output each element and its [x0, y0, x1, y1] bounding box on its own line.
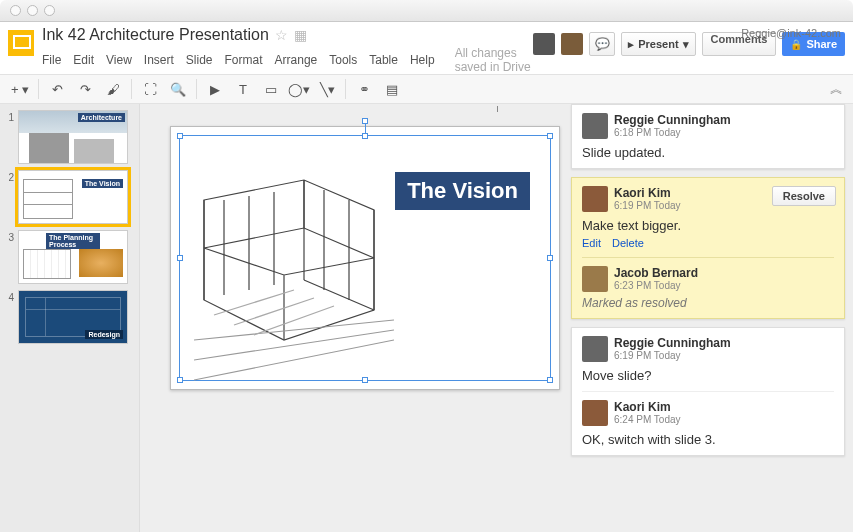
filmstrip: 1 Architecture 2 The Vision 3 The Planni…	[0, 104, 140, 532]
resize-handle-tr[interactable]	[547, 133, 553, 139]
comment-author: Jacob Bernard	[614, 266, 698, 280]
slide-thumbnail-3[interactable]: The Planning Process	[18, 230, 128, 284]
toolbar-separator	[131, 79, 132, 99]
comment-card-1[interactable]: Reggie Cunningham 6:18 PM Today Slide up…	[571, 104, 845, 169]
slide-thumbnail-1[interactable]: Architecture	[18, 110, 128, 164]
selection-frame[interactable]: The Vision	[179, 135, 551, 381]
thumb-number: 3	[4, 230, 18, 243]
delete-link[interactable]: Delete	[612, 237, 644, 249]
present-label: Present	[638, 38, 678, 50]
ruler-mark	[497, 106, 498, 112]
comment-time: 6:24 PM Today	[614, 414, 681, 425]
thumb-label: The Planning Process	[46, 233, 100, 249]
present-button[interactable]: ▸ Present ▾	[621, 32, 695, 56]
comment-body: Make text bigger.	[582, 218, 834, 233]
zoom-button[interactable]: 🔍	[166, 78, 190, 100]
new-slide-button[interactable]: + ▾	[8, 78, 32, 100]
menu-view[interactable]: View	[106, 53, 132, 67]
zoom-fit-button[interactable]: ⛶	[138, 78, 162, 100]
menu-table[interactable]: Table	[369, 53, 398, 67]
slides-app-icon[interactable]	[8, 30, 34, 56]
collaborator-avatar-2[interactable]	[561, 33, 583, 55]
textbox-button[interactable]: T	[231, 78, 255, 100]
thumb-label: The Vision	[82, 179, 123, 188]
link-button[interactable]: ⚭	[352, 78, 376, 100]
collaborator-avatar-1[interactable]	[533, 33, 555, 55]
menu-tools[interactable]: Tools	[329, 53, 357, 67]
resize-handle-r[interactable]	[547, 255, 553, 261]
avatar	[582, 266, 608, 292]
thumb-number: 1	[4, 110, 18, 123]
toolbar-separator	[196, 79, 197, 99]
comment-author: Reggie Cunningham	[614, 113, 731, 127]
shape-button[interactable]: ◯▾	[287, 78, 311, 100]
slide-canvas[interactable]: The Vision	[170, 126, 560, 390]
thumb-number: 4	[4, 290, 18, 303]
traffic-light-minimize[interactable]	[27, 5, 38, 16]
folder-icon[interactable]: ▦	[294, 27, 307, 43]
image-button[interactable]: ▭	[259, 78, 283, 100]
slide-thumbnail-4[interactable]: Redesign	[18, 290, 128, 344]
resolved-status: Marked as resolved	[582, 296, 834, 310]
comment-body: OK, switch with slide 3.	[582, 432, 834, 447]
resize-handle-br[interactable]	[547, 377, 553, 383]
comment-card-2[interactable]: Resolve Kaori Kim 6:19 PM Today Make tex…	[571, 177, 845, 319]
comment-time: 6:23 PM Today	[614, 280, 698, 291]
resize-handle-bl[interactable]	[177, 377, 183, 383]
avatar	[582, 336, 608, 362]
menu-arrange[interactable]: Arrange	[275, 53, 318, 67]
rotation-handle[interactable]	[362, 118, 368, 124]
header: Ink 42 Architecture Presentation ☆ ▦ Fil…	[0, 22, 853, 74]
avatar	[582, 400, 608, 426]
collapse-toolbar-icon[interactable]: ︽	[830, 80, 843, 98]
canvas-area[interactable]: The Vision Reggie Cunningham 6:18 PM Tod…	[140, 104, 853, 532]
main-area: 1 Architecture 2 The Vision 3 The Planni…	[0, 104, 853, 532]
edit-link[interactable]: Edit	[582, 237, 601, 249]
vision-title-box[interactable]: The Vision	[395, 172, 530, 210]
share-label: Share	[806, 38, 837, 50]
menu-bar: File Edit View Insert Slide Format Arran…	[42, 46, 533, 74]
comment-author: Kaori Kim	[614, 400, 681, 414]
comment-card-3[interactable]: Reggie Cunningham 6:19 PM Today Move sli…	[571, 327, 845, 456]
comment-body: Move slide?	[582, 368, 834, 383]
star-icon[interactable]: ☆	[275, 27, 288, 43]
comments-column: Reggie Cunningham 6:18 PM Today Slide up…	[571, 104, 853, 464]
menu-file[interactable]: File	[42, 53, 61, 67]
thumb-label: Architecture	[78, 113, 125, 122]
resize-handle-l[interactable]	[177, 255, 183, 261]
select-tool-button[interactable]: ▶	[203, 78, 227, 100]
avatar	[582, 186, 608, 212]
resize-handle-t[interactable]	[362, 133, 368, 139]
menu-help[interactable]: Help	[410, 53, 435, 67]
comment-time: 6:18 PM Today	[614, 127, 731, 138]
comment-body: Slide updated.	[582, 145, 834, 160]
comment-button[interactable]: ▤	[380, 78, 404, 100]
comment-actions: Edit Delete	[582, 237, 834, 249]
toolbar-separator	[38, 79, 39, 99]
menu-format[interactable]: Format	[225, 53, 263, 67]
comment-author: Reggie Cunningham	[614, 336, 731, 350]
line-button[interactable]: ╲▾	[315, 78, 339, 100]
menu-insert[interactable]: Insert	[144, 53, 174, 67]
traffic-light-close[interactable]	[10, 5, 21, 16]
document-title[interactable]: Ink 42 Architecture Presentation	[42, 26, 269, 44]
slide-thumbnail-2[interactable]: The Vision	[18, 170, 128, 224]
avatar	[582, 113, 608, 139]
paint-format-button[interactable]: 🖌	[101, 78, 125, 100]
comment-time: 6:19 PM Today	[614, 200, 681, 211]
user-email[interactable]: Reggie@ink-42.com	[741, 27, 841, 39]
thumb-label: Redesign	[85, 330, 123, 339]
toolbar-separator	[345, 79, 346, 99]
toolbar: + ▾ ↶ ↷ 🖌 ⛶ 🔍 ▶ T ▭ ◯▾ ╲▾ ⚭ ▤ ︽	[0, 74, 853, 104]
comment-author: Kaori Kim	[614, 186, 681, 200]
thumb-number: 2	[4, 170, 18, 183]
resize-handle-tl[interactable]	[177, 133, 183, 139]
traffic-light-zoom[interactable]	[44, 5, 55, 16]
undo-button[interactable]: ↶	[45, 78, 69, 100]
menu-edit[interactable]: Edit	[73, 53, 94, 67]
menu-slide[interactable]: Slide	[186, 53, 213, 67]
window-titlebar	[0, 0, 853, 22]
redo-button[interactable]: ↷	[73, 78, 97, 100]
chat-button[interactable]: 💬	[589, 32, 615, 56]
resolve-button[interactable]: Resolve	[772, 186, 836, 206]
